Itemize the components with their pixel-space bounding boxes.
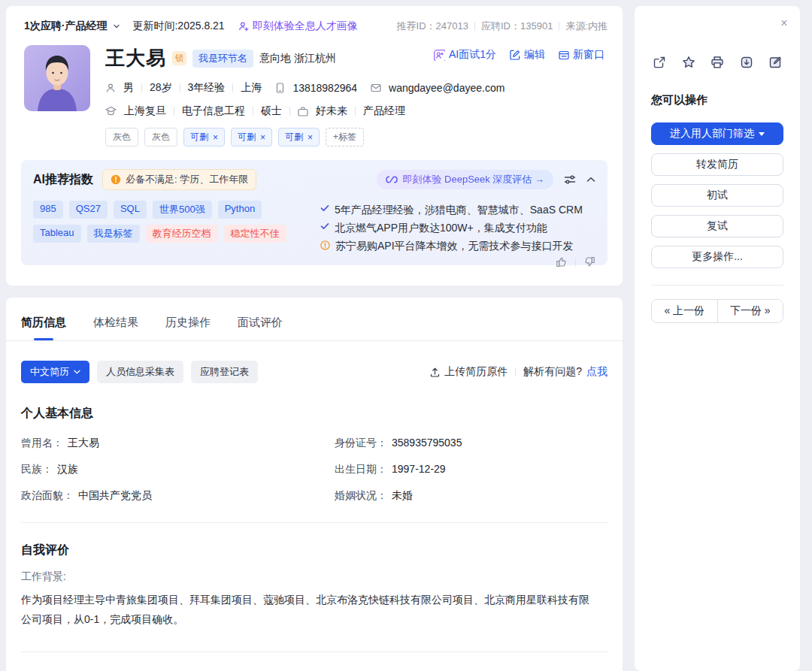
ai-risk-tag: 稳定性不佳 [224,225,286,243]
personnel-info-form-button[interactable]: 人员信息采集表 [97,361,183,383]
parse-help-link[interactable]: 点我 [586,365,607,379]
new-window-button[interactable]: 新窗口 [559,48,604,62]
more-actions-button[interactable]: 更多操作... [651,246,783,268]
gray-tag[interactable]: 灰色 [144,128,177,147]
tab-resume-info[interactable]: 简历信息 [21,316,66,340]
removable-tag[interactable]: 可删× [278,128,320,147]
gray-tag[interactable]: 灰色 [105,128,138,147]
new-window-icon [559,50,569,60]
ai-tag: 我是标签 [87,225,140,243]
resume-tabs: 简历信息 体检结果 历史操作 面试评价 [6,298,623,340]
chinese-resume-button[interactable]: 中文简历 [21,361,89,383]
thumbs-down-icon[interactable] [583,256,595,267]
deepseek-logo-icon [386,175,398,184]
self-evaluation-content: 作为项目经理主导中青旅集团项目、拜耳集团项目、蔻驰项目、北京布洛克快链科技有限公… [6,590,607,629]
recommend-id: 247013 [436,20,468,32]
forward-resume-button[interactable]: 转发简历 [651,153,783,176]
info-warning-icon [320,240,330,250]
remove-tag-icon[interactable]: × [213,132,218,143]
self-evaluation-title: 自我评价 [6,543,623,558]
ai-highlight-item: 北京燃气APP用户数达100W+，集成支付功能 [320,219,595,237]
download-icon[interactable] [740,56,753,69]
chevron-down-icon[interactable] [113,23,120,30]
field-birth-date: 出生日期：1997-12-29 [335,463,607,476]
remove-tag-icon[interactable]: × [260,132,265,143]
position: 产品经理 [363,104,405,118]
mail-icon [371,83,381,92]
ai-highlight-item: 苏宁易购API平台降本增效，无需技术参与接口开发 [320,237,595,255]
share-icon[interactable] [653,56,666,69]
age: 28岁 [150,81,172,95]
source: 来源:内推 [565,20,607,33]
removable-tag[interactable]: 可删× [231,128,272,147]
basic-info-line: 男 28岁 3年经验 上海 13818982964 wangdayee@daye… [105,81,604,95]
sliders-icon[interactable] [564,174,576,185]
previous-resume-button[interactable]: « 上一份 [652,300,717,322]
sidebar-divider [651,285,783,286]
removable-tag[interactable]: 可删× [183,128,225,147]
portrait-link[interactable]: 即刻体验全息人才画像 [238,20,358,33]
application-form-button[interactable]: 应聘登记表 [191,361,258,383]
ai-tag: 985 [33,201,63,219]
tab-divider [6,340,623,341]
chevron-down-icon [74,370,80,374]
stage-tag: 我是环节名 [192,50,253,68]
tab-interview-evaluation[interactable]: 面试评价 [238,316,283,340]
remove-tag-icon[interactable]: × [308,132,313,143]
candidate-card-header: 1次应聘·产品经理 更新时间:2025.8.21 即刻体验全息人才画像 推荐ID… [6,6,623,33]
edit-button[interactable]: 编辑 [510,48,545,62]
field-political-status: 政治面貌：中国共产党党员 [21,489,335,503]
next-resume-button[interactable]: 下一份 » [717,300,783,322]
ai-recommend-panel: AI推荐指数 必备不满足: 学历、工作年限 即刻体验 DeepSeek 深度评估… [21,160,607,265]
email: wangdayee@dayee.com [389,82,504,94]
tab-medical-result[interactable]: 体检结果 [93,316,138,340]
check-icon [320,222,329,230]
avatar [24,45,90,111]
second-interview-button[interactable]: 复试 [651,215,783,237]
ai-panel-title: AI推荐指数 [33,172,93,188]
enter-department-screening-button[interactable]: 进入用人部门筛选 [651,122,783,145]
basic-info-fields: 曾用名：王大易 身份证号：358935795035 民族：汉族 出生日期：199… [6,437,623,503]
section-divider [21,522,607,523]
deepseek-evaluate-link[interactable]: 即刻体验 DeepSeek 深度评估 → [377,170,553,189]
ai-tag: 世界500强 [153,201,212,219]
lock-badge: 锁 [172,51,186,65]
tab-history[interactable]: 历史操作 [165,316,211,340]
ai-tag: Python [218,201,262,219]
ai-interview-icon [434,50,445,61]
thumbs-up-icon[interactable] [556,256,568,267]
ai-interview-button[interactable]: AI面试1分 [434,48,496,62]
field-former-name: 曾用名：王大易 [21,437,335,450]
school-icon [105,106,117,116]
printer-icon[interactable] [710,56,724,69]
apply-title: 1次应聘·产品经理 [24,20,107,33]
operations-title: 您可以操作 [635,93,800,107]
operation-sidebar: × 您可以操作 进入用人部门筛选 转发简历 [635,6,800,671]
close-icon[interactable]: × [776,15,792,32]
work-background-label: 工作背景: [6,570,623,584]
ai-tag: QS27 [69,201,108,219]
field-id-number: 身份证号：358935795035 [335,437,607,450]
experience: 3年经验 [188,81,226,95]
resume-card: 简历信息 体检结果 历史操作 面试评价 中文简历 人员信息采集表 应聘登记表 上… [6,298,623,671]
check-icon [320,204,329,212]
collapse-chevron-up-icon[interactable] [586,177,595,183]
field-ethnicity: 民族：汉族 [21,463,335,476]
upload-icon [430,367,440,377]
ids-row: 推荐ID：247013 应聘ID：135901 来源:内推 [397,20,607,33]
upload-resume-link[interactable]: 上传简历原件 [430,365,508,379]
first-interview-button[interactable]: 初试 [651,184,783,207]
edu-work-line: 上海复旦 电子信息工程 硕士 好未来 产品经理 [105,104,604,118]
gender: 男 [123,81,134,95]
star-icon[interactable] [682,56,695,69]
edit-icon [510,50,520,60]
apply-id: 135901 [520,20,553,32]
ai-tag: Tableau [33,225,81,243]
sidebar-quick-icons [635,56,800,69]
note-edit-icon[interactable] [768,56,782,69]
candidate-card: 1次应聘·产品经理 更新时间:2025.8.21 即刻体验全息人才画像 推荐ID… [6,6,623,286]
caret-down-icon [759,132,765,136]
add-tag-button[interactable]: +标签 [326,128,364,147]
briefcase-icon [298,107,308,116]
degree: 硕士 [261,104,282,118]
